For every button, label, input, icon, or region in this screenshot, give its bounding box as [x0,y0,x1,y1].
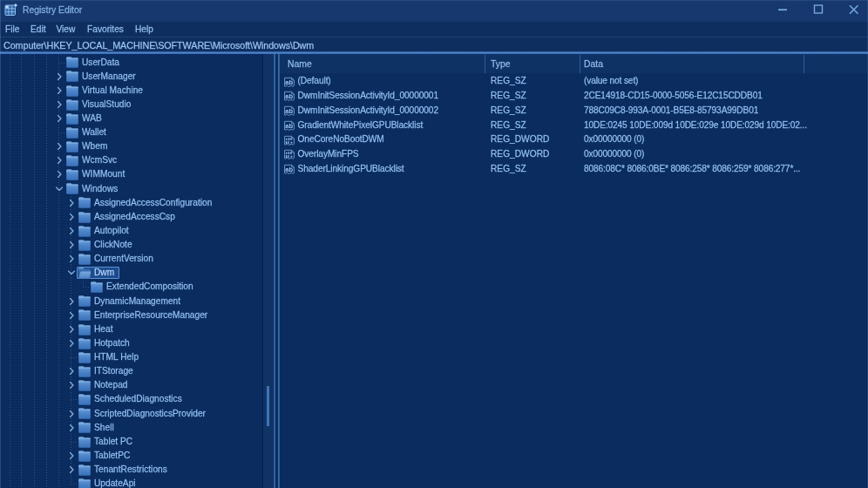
svg-text:ab: ab [285,92,293,100]
svg-text:ab: ab [285,122,293,130]
svg-text:ab: ab [285,166,293,173]
svg-text:ab: ab [285,78,293,86]
svg-text:ab: ab [285,107,293,115]
